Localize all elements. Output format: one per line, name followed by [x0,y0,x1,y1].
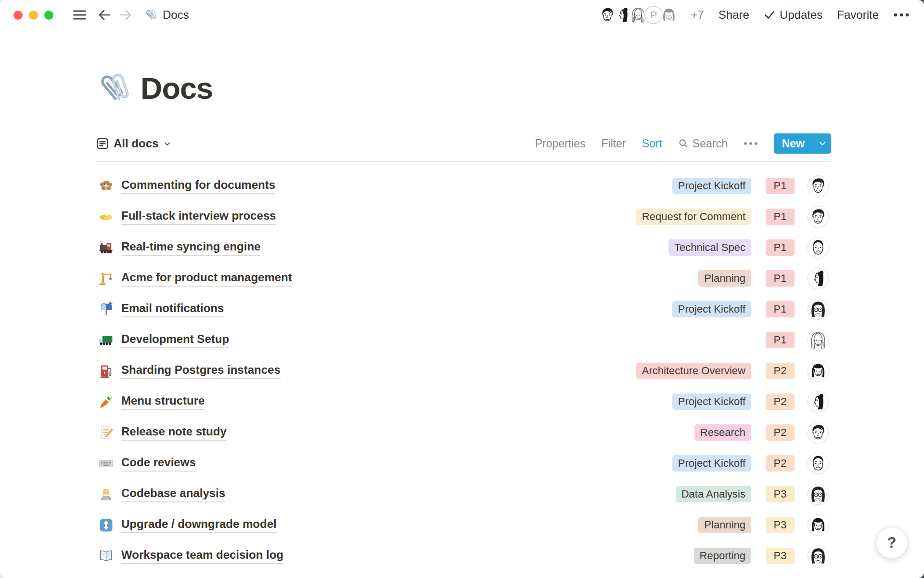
owner-avatar [808,299,829,320]
sidebar-menu-icon[interactable] [73,9,87,21]
view-label: All docs [114,137,158,150]
doc-title-link[interactable]: Sharding Postgres instances [121,363,281,379]
favorite-button[interactable]: Favorite [837,8,879,22]
collaborator-avatar[interactable] [659,5,679,25]
tag-badge: Technical Spec [668,239,751,256]
owner-avatar [808,360,829,381]
new-button[interactable]: New [774,133,813,154]
tag-badge: Project Kickoff [672,394,751,410]
tag-badge: Data Analysis [676,486,751,502]
properties-button[interactable]: Properties [535,137,586,150]
forward-icon[interactable] [118,8,133,22]
collaborator-avatars: P [597,5,679,25]
owner-avatar [808,237,829,258]
owner-avatar [808,514,829,536]
doc-row[interactable]: Sharding Postgres instances Architecture… [96,355,831,386]
doc-title-link[interactable]: Release note study [121,424,227,441]
breadcrumb-title: Docs [163,8,189,22]
owner-avatar [808,545,829,566]
topbar-actions: P +7 Share Updates Favorite [597,5,910,25]
doc-row[interactable]: Real-time syncing engine Technical Spec … [96,232,831,263]
doc-emoji-icon [96,518,116,533]
doc-row[interactable]: Menu structure Project Kickoff P2 [96,386,831,417]
doc-row[interactable]: Full-stack interview process Request for… [96,201,831,232]
doc-title-link[interactable]: Code reviews [121,455,196,472]
close-window-button[interactable] [13,11,23,20]
filter-button[interactable]: Filter [602,137,626,150]
share-button[interactable]: Share [719,8,749,22]
doc-row-meta: Request for Comment P1 [636,206,831,227]
new-button-group: New [774,133,831,154]
search-button[interactable]: Search [678,137,728,150]
doc-row[interactable]: Upgrade / downgrade model Planning P3 [96,510,831,540]
new-dropdown-button[interactable] [813,133,831,154]
zoom-window-button[interactable] [44,11,53,20]
doc-title-link[interactable]: Acme for product management [121,270,292,287]
doc-row[interactable]: Code reviews Project Kickoff P2 [96,448,831,479]
priority-badge: P3 [766,486,795,502]
doc-row-meta: Data Analysis P3 [676,484,831,505]
topbar: Docs P +7 Share Updates Favorite [0,0,924,30]
search-icon [678,138,689,149]
doc-row-meta: Research P2 [694,422,831,443]
doc-row[interactable]: Acme for product management Planning P1 [96,263,831,294]
doc-title-link[interactable]: Menu structure [121,394,205,410]
priority-badge: P2 [766,394,795,410]
doc-title-link[interactable]: Development Setup [121,332,229,348]
tag-badge: Architecture Overview [636,363,751,379]
toolbar-more-icon[interactable] [744,142,758,145]
updates-button[interactable]: Updates [764,8,822,22]
doc-row[interactable]: Workspace team decision log Reporting P3 [96,540,831,571]
owner-avatar [808,391,829,412]
doc-title-link[interactable]: Commenting for documents [121,178,275,194]
priority-badge: P1 [766,209,795,225]
priority-badge: P1 [766,239,795,256]
doc-row[interactable]: Development Setup P1 [96,325,831,355]
doc-row-meta: Project Kickoff P2 [672,453,831,474]
priority-badge: P2 [766,424,795,441]
chevron-down-icon [818,139,827,148]
doc-row-meta: Planning P3 [698,514,831,536]
doc-emoji-icon [96,179,116,194]
doc-row[interactable]: Commenting for documents Project Kickoff… [96,171,831,201]
priority-badge: P1 [766,301,795,317]
doc-row-meta: Technical Spec P1 [668,237,831,258]
doc-title-link[interactable]: Real-time syncing engine [121,239,260,256]
doc-list: Commenting for documents Project Kickoff… [96,162,831,571]
tag-badge: Planning [698,270,751,287]
page-paperclip-icon[interactable] [96,70,132,106]
tag-badge: Project Kickoff [672,301,751,317]
doc-row[interactable]: Codebase analysis Data Analysis P3 [96,479,831,510]
doc-emoji-icon [96,394,116,409]
view-toolbar: All docs Properties Filter Sort Search N… [96,133,831,154]
doc-title-link[interactable]: Workspace team decision log [121,548,283,564]
help-button[interactable]: ? [876,527,908,559]
doc-row[interactable]: Release note study Research P2 [96,417,831,448]
doc-emoji-icon [96,549,116,564]
priority-badge: P1 [766,178,795,194]
doc-row-meta: Architecture Overview P2 [636,360,831,381]
owner-avatar [808,329,829,351]
doc-title-link[interactable]: Codebase analysis [121,486,225,502]
tag-badge: Project Kickoff [672,178,751,194]
back-icon[interactable] [97,8,112,22]
view-switcher[interactable]: All docs [96,137,171,150]
page-title-text: Docs [141,71,213,105]
priority-badge: P3 [766,517,795,533]
collaborator-overflow-count[interactable]: +7 [691,8,704,22]
doc-title-link[interactable]: Email notifications [121,301,224,317]
doc-emoji-icon [96,302,116,317]
doc-row[interactable]: Email notifications Project Kickoff P1 [96,294,831,325]
doc-title-link[interactable]: Upgrade / downgrade model [121,517,277,533]
tag-badge: Planning [698,517,751,533]
checkmark-icon [764,9,775,21]
priority-badge: P1 [766,332,795,348]
priority-badge: P2 [766,363,795,379]
more-options-icon[interactable] [893,13,910,17]
minimize-window-button[interactable] [29,11,38,20]
doc-emoji-icon [96,210,116,224]
doc-title-link[interactable]: Full-stack interview process [121,209,276,225]
sort-button[interactable]: Sort [642,137,662,150]
priority-badge: P3 [766,548,795,564]
breadcrumb[interactable]: Docs [144,8,189,22]
